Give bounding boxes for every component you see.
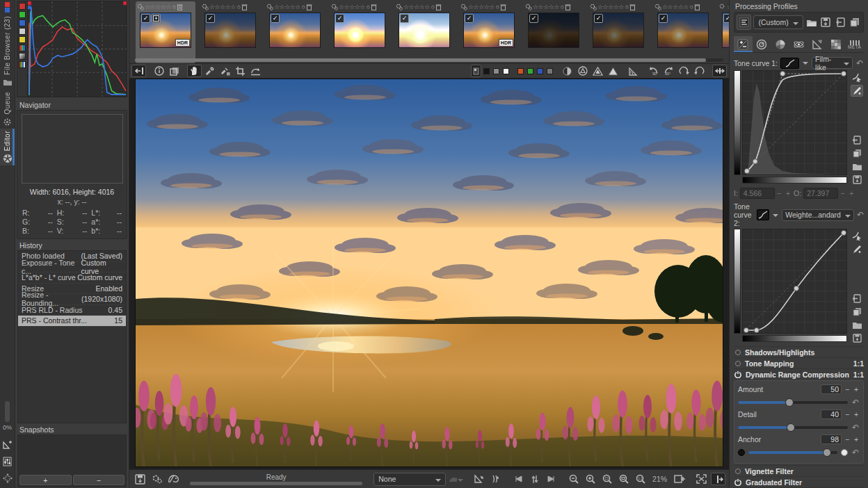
filmstrip-scrollbar[interactable]: [135, 58, 723, 62]
minus-button[interactable]: −: [844, 385, 851, 393]
tab-transform[interactable]: [808, 36, 827, 52]
tool-dynamic-range-compression[interactable]: Dynamic Range Compression1:1: [734, 368, 864, 380]
profile-quick-select[interactable]: None: [373, 473, 445, 486]
filmstrip-thumbnail[interactable]: ☆☆☆☆☆○ ✓: [588, 1, 648, 63]
edit-point-icon[interactable]: [851, 230, 863, 242]
histogram-green-toggle[interactable]: [19, 11, 26, 18]
histogram-red-toggle[interactable]: [19, 3, 26, 10]
bg-color-black-button[interactable]: [482, 65, 491, 77]
add-snapshot-button[interactable]: +: [19, 475, 72, 485]
power-on-icon[interactable]: [734, 371, 741, 378]
zoom-in-button[interactable]: [583, 473, 597, 485]
save-curve-icon[interactable]: [851, 174, 863, 186]
trash-icon[interactable]: [629, 3, 636, 10]
batch-adjust-icon[interactable]: [1, 455, 14, 468]
trash-icon[interactable]: [306, 3, 312, 10]
navigator-preview[interactable]: [22, 114, 123, 184]
filmstrip-thumbnail[interactable]: ☆☆☆☆☆○ ✓HDR: [136, 1, 195, 63]
tool-tone-mapping[interactable]: Tone Mapping1:1: [734, 357, 864, 368]
crop-tool-button[interactable]: [233, 65, 248, 77]
tone-curve-1-mode-select[interactable]: Film-like: [812, 57, 853, 69]
detail-value[interactable]: 40: [821, 409, 842, 419]
amount-value[interactable]: 50: [821, 384, 842, 394]
bg-color-theme-button[interactable]: [471, 65, 481, 77]
photo-preview[interactable]: [136, 79, 723, 466]
filmstrip-thumbnail[interactable]: ☆☆☆☆☆○ ✓: [394, 1, 454, 63]
save-image-button[interactable]: [133, 473, 147, 485]
histogram-bar-toggle[interactable]: [19, 61, 26, 68]
histogram-raw-toggle[interactable]: [19, 44, 26, 51]
hide-filmstrip-button[interactable]: [711, 473, 725, 485]
tone-curve-1-graph[interactable]: [742, 70, 847, 175]
curve-type-button[interactable]: [780, 58, 799, 69]
power-off-icon[interactable]: [735, 361, 741, 366]
tab-exposure[interactable]: [734, 36, 753, 52]
filmstrip-thumbnail[interactable]: ☆☆☆☆☆○ ✓: [330, 1, 389, 63]
power-on-icon[interactable]: [734, 479, 741, 486]
filmstrip-thumbnail[interactable]: ☆☆☆☆☆○ ✓: [653, 1, 713, 63]
tool-graduated-filter[interactable]: Graduated Filter: [734, 476, 864, 487]
luminosity-channel-button[interactable]: [545, 65, 554, 77]
bg-color-gray-button[interactable]: [492, 65, 501, 77]
histogram-mode-toggle[interactable]: [19, 53, 26, 60]
copy-profile-button[interactable]: [472, 473, 486, 485]
filmstrip-thumbnail[interactable]: ☆☆☆☆☆○ ✓: [524, 1, 584, 63]
tab-queue[interactable]: Queue: [0, 90, 15, 129]
fast-export-icon[interactable]: [1, 439, 14, 451]
edit-pen-icon[interactable]: [851, 85, 863, 97]
detail-slider[interactable]: [738, 426, 848, 429]
profile-select[interactable]: (Custom): [753, 15, 803, 29]
copy-profile-icon[interactable]: [849, 15, 861, 29]
image-canvas[interactable]: [129, 79, 729, 469]
new-editor-tab-button[interactable]: [672, 473, 686, 485]
history-row-selected[interactable]: PRS - Contrast thr...15: [18, 316, 126, 327]
load-curve-icon[interactable]: [851, 319, 863, 331]
filmstrip-thumbnail[interactable]: ☆☆☆☆☆○ ✓HDR: [459, 1, 519, 63]
curve-type-button[interactable]: [757, 209, 769, 220]
plus-button[interactable]: +: [853, 385, 860, 393]
tool-vignette-filter[interactable]: Vignette Filter: [734, 465, 864, 476]
filmstrip-thumbnail[interactable]: ☆☆☆☆☆○ ✓: [265, 1, 325, 63]
curve-type-dropdown-icon[interactable]: [803, 62, 808, 67]
anchor-slider[interactable]: [748, 451, 837, 454]
trash-icon[interactable]: [500, 3, 506, 10]
rotate-right-90-button[interactable]: 90°: [661, 65, 676, 77]
trash-icon[interactable]: [371, 3, 377, 10]
zoom-out-button[interactable]: [566, 473, 581, 485]
color-picker-button[interactable]: [202, 65, 217, 77]
anchor-value[interactable]: 98: [821, 434, 842, 444]
navigator-title[interactable]: Navigator: [19, 101, 127, 109]
save-curve-icon[interactable]: [851, 332, 863, 344]
paste-curve-icon[interactable]: [851, 134, 863, 146]
color-label-icon[interactable]: ○: [172, 3, 176, 10]
tone-curve-2-mode-select[interactable]: Weighte...andard: [782, 209, 854, 221]
curve-type-dropdown-icon[interactable]: [773, 214, 778, 220]
plus-button[interactable]: +: [853, 435, 860, 444]
tab-metadata[interactable]: META: [845, 36, 864, 52]
rating-stars[interactable]: ☆☆☆☆☆: [145, 3, 171, 10]
focus-mask-button[interactable]: [626, 65, 641, 77]
shadow-clip-warning-icon[interactable]: [590, 65, 605, 77]
filmstrip-thumbnail[interactable]: ☆☆☆☆☆ ✓: [718, 1, 729, 63]
tab-advanced[interactable]: [789, 36, 808, 52]
tab-color[interactable]: [771, 36, 789, 52]
info-button[interactable]: [152, 65, 166, 77]
white-balance-picker-button[interactable]: [218, 65, 232, 77]
previous-image-button[interactable]: [511, 473, 525, 485]
preview-sharpmask-button[interactable]: [575, 65, 590, 77]
reset-icon[interactable]: ↶: [851, 448, 860, 457]
histogram-luminance-toggle[interactable]: [19, 28, 26, 35]
history-row[interactable]: Exposure - Tone c...Custom curve: [18, 262, 126, 273]
hide-right-panel-button[interactable]: [712, 65, 727, 77]
copy-curve-icon[interactable]: [851, 306, 863, 318]
histogram-graph[interactable]: [28, 1, 127, 97]
tone-curve-2-graph[interactable]: [742, 229, 847, 334]
tab-file-browser[interactable]: File Browser (23): [0, 14, 15, 90]
straighten-tool-button[interactable]: [248, 65, 263, 77]
history-row[interactable]: L*a*b* - L* curveCustom curve: [18, 273, 126, 284]
bg-color-white-button[interactable]: [501, 65, 511, 77]
snapshots-title[interactable]: Snapshots: [19, 425, 127, 434]
history-row[interactable]: PRS RLD - Radius0.45: [18, 305, 126, 316]
sort-direction-button[interactable]: [527, 473, 542, 485]
rotate-left-90-button[interactable]: 90°: [646, 65, 661, 77]
